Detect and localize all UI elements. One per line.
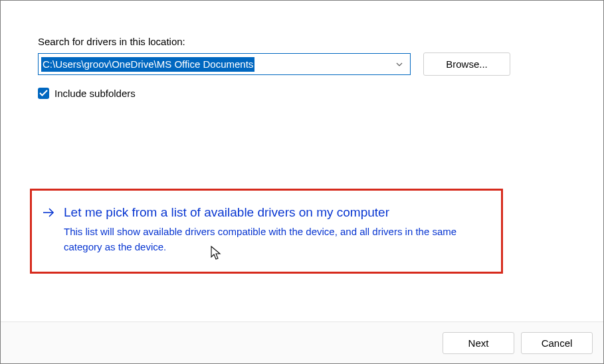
driver-path-combo[interactable]: C:\Users\groov\OneDrive\MS Office Docume… [38, 53, 411, 75]
dialog-window: Search for drivers in this location: C:\… [0, 0, 604, 364]
let-me-pick-title: Let me pick from a list of available dri… [64, 204, 481, 221]
dialog-content: Search for drivers in this location: C:\… [38, 36, 566, 99]
arrow-right-icon [43, 207, 54, 221]
next-button[interactable]: Next [443, 332, 514, 354]
include-subfolders-row[interactable]: Include subfolders [38, 88, 566, 99]
dialog-footer: Next Cancel [1, 321, 603, 363]
let-me-pick-description: This list will show available drivers co… [64, 224, 481, 254]
include-subfolders-label: Include subfolders [54, 88, 136, 99]
include-subfolders-checkbox[interactable] [38, 88, 49, 99]
search-location-label: Search for drivers in this location: [38, 36, 566, 47]
let-me-pick-option[interactable]: Let me pick from a list of available dri… [43, 204, 481, 254]
browse-button[interactable]: Browse... [423, 52, 510, 76]
driver-path-value: C:\Users\groov\OneDrive\MS Office Docume… [41, 57, 254, 72]
cancel-button[interactable]: Cancel [521, 332, 593, 354]
let-me-pick-text: Let me pick from a list of available dri… [64, 204, 481, 254]
chevron-down-icon [395, 60, 403, 68]
path-row: C:\Users\groov\OneDrive\MS Office Docume… [38, 52, 566, 76]
annotation-highlight: Let me pick from a list of available dri… [30, 189, 503, 274]
